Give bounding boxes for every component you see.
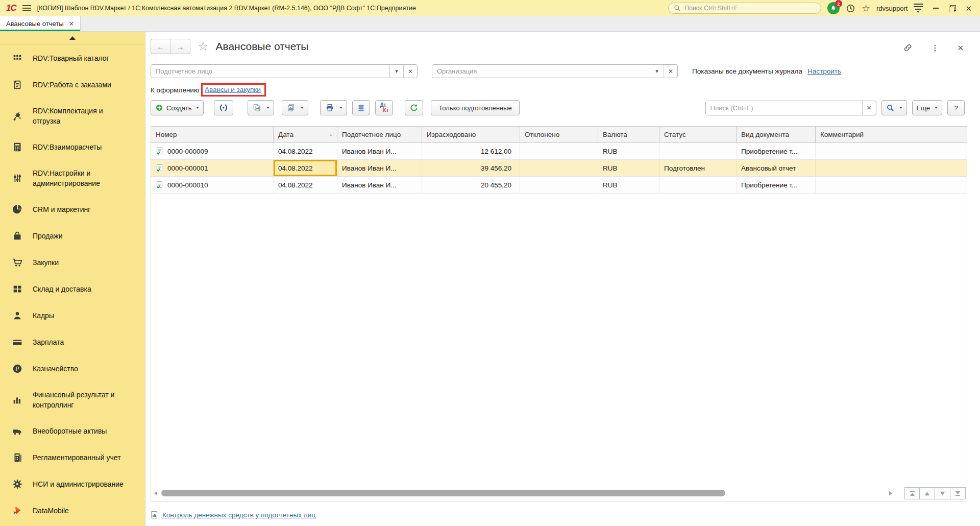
search-icon bbox=[674, 5, 681, 12]
go-first-row-button[interactable] bbox=[904, 487, 920, 499]
current-user: rdvsupport bbox=[876, 5, 908, 12]
postings-button[interactable]: Дт Кт bbox=[375, 100, 393, 115]
column-header-date[interactable]: Дата↓ bbox=[274, 127, 337, 142]
favorites-star-icon[interactable]: ☆ bbox=[862, 4, 870, 13]
person-filter-dropdown-icon[interactable]: ▾ bbox=[389, 65, 403, 78]
sidebar-item-treasury[interactable]: ₽ Казначейство bbox=[0, 355, 145, 382]
dtkt-icon: Дт Кт bbox=[380, 103, 388, 113]
sidebar-item-crm-marketing[interactable]: CRM и маркетинг bbox=[0, 196, 145, 223]
purchases-cart-icon bbox=[11, 257, 23, 268]
get-link-icon[interactable] bbox=[903, 43, 913, 53]
person-filter-clear-icon[interactable]: ✕ bbox=[403, 65, 417, 78]
column-header-person[interactable]: Подотчетное лицо bbox=[337, 127, 422, 142]
person-filter-input[interactable] bbox=[151, 65, 389, 78]
sidebar-item-warehouse-delivery[interactable]: Склад и доставка bbox=[0, 276, 145, 302]
maximize-button[interactable] bbox=[949, 5, 955, 11]
help-button[interactable]: ? bbox=[947, 100, 965, 115]
notification-badge: 2 bbox=[835, 0, 842, 7]
print-button[interactable] bbox=[320, 100, 347, 115]
forward-arrow-button[interactable]: → bbox=[170, 39, 190, 54]
exchange-button[interactable] bbox=[214, 100, 233, 115]
sidebar-item-sales[interactable]: Продажи bbox=[0, 223, 145, 249]
sidebar-item-datamobile[interactable]: DataMobile bbox=[0, 497, 145, 524]
window-title: [КОПИЯ] Шаблон RDV.Маркет / 1С:Комплексн… bbox=[37, 5, 416, 12]
organization-filter-dropdown-icon[interactable]: ▾ bbox=[650, 65, 664, 78]
posted-document-icon bbox=[156, 147, 163, 155]
active-cell-date[interactable]: 04.08.2022 bbox=[274, 160, 337, 176]
sidebar-item-orders[interactable]: RDV:Работа с заказами bbox=[0, 71, 145, 98]
column-header-spent[interactable]: Израсходовано bbox=[422, 127, 520, 142]
list-search-clear-icon[interactable]: ✕ bbox=[862, 101, 876, 115]
main-menu-icon[interactable] bbox=[22, 5, 31, 11]
settings-sliders-icon bbox=[11, 173, 23, 184]
row-down-button[interactable] bbox=[935, 487, 950, 499]
magnifier-icon bbox=[886, 104, 895, 112]
sidebar-item-settlements[interactable]: RDV:Взаиморасчеты bbox=[0, 134, 145, 160]
tab-advance-reports[interactable]: Авансовые отчеты ✕ bbox=[0, 16, 81, 31]
column-header-comment[interactable]: Комментарий bbox=[816, 127, 967, 142]
search-options-button[interactable] bbox=[881, 100, 907, 115]
close-window-button[interactable]: ✕ bbox=[965, 5, 972, 12]
scroll-right-button[interactable] bbox=[887, 491, 894, 495]
service-menu-icon[interactable] bbox=[914, 4, 923, 13]
create-button[interactable]: Создать bbox=[151, 100, 204, 115]
global-search-input[interactable]: Поиск Ctrl+Shift+F bbox=[668, 3, 821, 14]
sidebar-item-financial-result[interactable]: Финансовый результат и контроллинг bbox=[0, 382, 145, 418]
sidebar-item-product-catalog[interactable]: RDV:Товарный каталог bbox=[0, 45, 145, 71]
more-actions-button[interactable]: Еще bbox=[912, 100, 942, 115]
create-based-on-icon bbox=[252, 103, 262, 112]
sidebar-scroll-up[interactable] bbox=[0, 32, 145, 45]
add-to-favorites-star-icon[interactable]: ☆ bbox=[198, 40, 209, 53]
cash-control-report-link[interactable]: Контроль денежных средств у подотчетных … bbox=[162, 511, 315, 519]
organization-filter-field: ▾ ✕ bbox=[432, 64, 678, 78]
registry-list-icon bbox=[357, 103, 365, 112]
advances-purchases-link[interactable]: Авансы и закупки bbox=[205, 86, 261, 93]
reports-button[interactable] bbox=[282, 100, 308, 115]
sidebar-item-salary[interactable]: Зарплата bbox=[0, 329, 145, 355]
scroll-left-button[interactable] bbox=[152, 491, 159, 495]
global-search-placeholder: Поиск Ctrl+Shift+F bbox=[684, 5, 738, 12]
close-panel-icon[interactable]: ✕ bbox=[957, 43, 964, 53]
tab-close-icon[interactable]: ✕ bbox=[69, 20, 75, 28]
sidebar-item-picking-shipping[interactable]: RDV:Комплектация и отгрузка bbox=[0, 98, 145, 134]
sidebar-item-nsi-admin[interactable]: НСИ и администрирование bbox=[0, 471, 145, 497]
configure-link[interactable]: Настроить bbox=[807, 67, 841, 75]
registry-button[interactable] bbox=[352, 100, 370, 115]
organization-filter-clear-icon[interactable]: ✕ bbox=[664, 65, 677, 78]
orders-doc-icon bbox=[11, 79, 23, 90]
column-header-rejected[interactable]: Отклонено bbox=[520, 127, 598, 142]
advance-reports-panel: ← → ☆ Авансовые отчеты ⋮ ✕ ▾ ✕ ▾ ✕ Пока bbox=[145, 32, 980, 526]
sidebar-item-hr[interactable]: Кадры bbox=[0, 302, 145, 329]
nsi-gear-icon bbox=[11, 479, 23, 490]
back-arrow-button[interactable]: ← bbox=[151, 39, 170, 54]
column-header-doc-type[interactable]: Вид документа bbox=[737, 127, 816, 142]
create-based-on-button[interactable] bbox=[248, 100, 274, 115]
column-header-status[interactable]: Статус bbox=[659, 127, 737, 142]
refresh-button[interactable] bbox=[405, 100, 423, 115]
only-prepared-button[interactable]: Только подготовленные bbox=[431, 100, 519, 115]
sections-sidebar: RDV:Товарный каталог RDV:Работа с заказа… bbox=[0, 32, 145, 526]
scrollbar-track[interactable] bbox=[159, 490, 887, 497]
notifications-button[interactable]: 2 bbox=[827, 2, 840, 14]
row-up-button[interactable] bbox=[920, 487, 935, 499]
sidebar-item-regulated-accounting[interactable]: Регламентированный учет bbox=[0, 444, 145, 471]
sidebar-item-fixed-assets[interactable]: Внеоборотные активы bbox=[0, 418, 145, 444]
column-header-number[interactable]: Номер bbox=[151, 127, 274, 142]
sidebar-item-purchases[interactable]: Закупки bbox=[0, 249, 145, 276]
list-search-input[interactable] bbox=[706, 101, 862, 115]
more-menu-icon[interactable]: ⋮ bbox=[931, 43, 939, 53]
table-row[interactable]: 0000-000009 04.08.2022 Иванов Иван И... … bbox=[151, 143, 967, 160]
svg-text:₽: ₽ bbox=[16, 366, 19, 372]
tab-label: Авансовые отчеты bbox=[6, 20, 64, 28]
history-icon[interactable] bbox=[846, 4, 855, 13]
table-row-selected[interactable]: 0000-000001 04.08.2022 Иванов Иван И... … bbox=[151, 160, 967, 177]
minimize-button[interactable] bbox=[933, 8, 939, 9]
scrollbar-thumb[interactable] bbox=[161, 490, 725, 496]
column-header-currency[interactable]: Валюта bbox=[598, 127, 659, 142]
salary-card-icon bbox=[11, 337, 23, 348]
table-row[interactable]: 0000-000010 04.08.2022 Иванов Иван И... … bbox=[151, 177, 967, 194]
sidebar-item-settings-admin[interactable]: RDV:Настройки и администрирование bbox=[0, 160, 145, 196]
organization-filter-input[interactable] bbox=[432, 65, 650, 78]
go-last-row-button[interactable] bbox=[950, 487, 966, 499]
create-dropdown-caret bbox=[196, 107, 199, 109]
